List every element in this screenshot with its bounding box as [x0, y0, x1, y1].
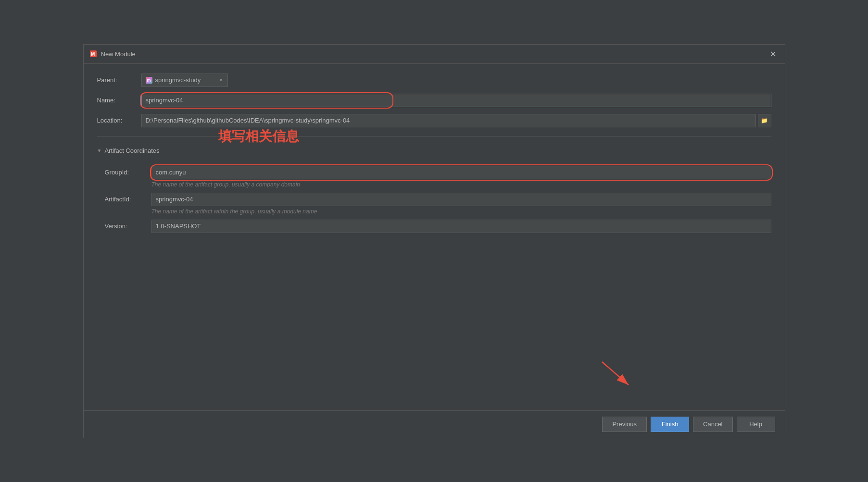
new-module-dialog: M New Module ✕ Parent: m springmvc-study…: [83, 44, 785, 438]
parent-row: Parent: m springmvc-study ▼: [97, 74, 771, 87]
section-divider: [97, 136, 771, 136]
dropdown-arrow-icon: ▼: [219, 77, 224, 83]
svg-text:M: M: [91, 51, 95, 57]
version-inner: Version:: [105, 220, 771, 233]
parent-module-icon: m: [146, 77, 152, 84]
title-bar: M New Module ✕: [84, 45, 785, 64]
groupid-inner: GroupId:: [105, 166, 771, 179]
artifactid-inner: ArtifactId:: [105, 193, 771, 206]
name-input[interactable]: [141, 94, 771, 107]
location-input-wrap: 📁: [141, 114, 771, 127]
section-collapse-icon: ▼: [97, 148, 102, 153]
location-label: Location:: [97, 117, 136, 124]
artifact-section-header[interactable]: ▼ Artifact Coordinates: [97, 147, 771, 154]
help-button[interactable]: Help: [737, 417, 775, 432]
parent-label: Parent:: [97, 76, 136, 84]
artifactid-input[interactable]: [151, 193, 771, 206]
name-field-wrap: [141, 94, 771, 107]
groupid-input[interactable]: [151, 166, 771, 179]
location-input[interactable]: [141, 114, 756, 127]
location-row: Location: 📁: [97, 114, 771, 127]
annotation-text: 填写相关信息: [218, 127, 299, 146]
name-label: Name:: [97, 97, 136, 104]
version-input[interactable]: [151, 220, 771, 233]
dialog-title: New Module: [101, 50, 136, 58]
browse-icon: 📁: [761, 117, 768, 124]
close-button[interactable]: ✕: [767, 49, 779, 60]
title-bar-left: M New Module: [89, 50, 136, 58]
artifactid-hint: The name of the artifact within the grou…: [151, 208, 317, 215]
version-row: Version:: [105, 220, 771, 233]
groupid-hint: The name of the artifact group, usually …: [151, 181, 301, 188]
cancel-button[interactable]: Cancel: [693, 417, 732, 432]
groupid-field-wrap: [151, 166, 771, 179]
parent-dropdown[interactable]: m springmvc-study ▼: [141, 74, 228, 87]
svg-line-3: [602, 362, 629, 385]
artifactid-label: ArtifactId:: [105, 196, 146, 203]
version-label: Version:: [105, 222, 146, 230]
browse-button[interactable]: 📁: [758, 114, 771, 127]
section-title: Artifact Coordinates: [104, 147, 159, 154]
groupid-row: GroupId: The name of the artifact group,…: [105, 166, 771, 188]
module-icon: M: [89, 50, 97, 58]
finish-button[interactable]: Finish: [651, 417, 689, 432]
name-row: Name:: [97, 94, 771, 107]
groupid-label: GroupId:: [105, 169, 146, 176]
arrow-annotation: [597, 357, 636, 392]
dialog-content: Parent: m springmvc-study ▼ Name: Locati…: [84, 64, 785, 410]
artifact-section-content: GroupId: The name of the artifact group,…: [105, 166, 771, 233]
previous-button[interactable]: Previous: [602, 417, 647, 432]
dialog-footer: Previous Finish Cancel Help: [84, 410, 785, 438]
artifactid-row: ArtifactId: The name of the artifact wit…: [105, 193, 771, 215]
parent-value: springmvc-study: [155, 76, 216, 84]
